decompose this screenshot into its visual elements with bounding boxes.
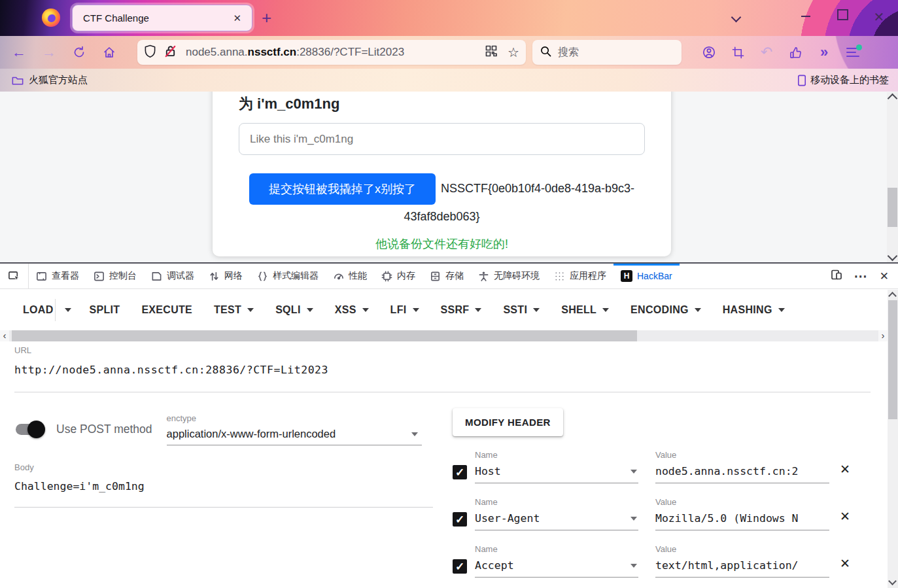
overflow-chevrons-icon[interactable]: » bbox=[814, 41, 835, 63]
tab-list-chevron-icon[interactable] bbox=[726, 10, 746, 24]
post-toggle-label: Use POST method bbox=[56, 423, 152, 436]
menu-ssti[interactable]: SSTI bbox=[503, 304, 540, 316]
bookmark-star-icon[interactable]: ☆ bbox=[508, 44, 519, 60]
tab-close-icon[interactable]: ✕ bbox=[229, 11, 245, 26]
qr-code-icon[interactable] bbox=[485, 45, 497, 60]
menu-load[interactable]: LOAD bbox=[23, 304, 54, 316]
tab-debugger[interactable]: 调试器 bbox=[144, 264, 201, 288]
scrollbar-thumb[interactable] bbox=[12, 330, 637, 341]
tab-style-editor[interactable]: 样式编辑器 bbox=[250, 264, 326, 288]
folder-icon bbox=[12, 75, 24, 86]
menu-xss[interactable]: XSS bbox=[335, 304, 369, 316]
load-dropdown-icon[interactable] bbox=[65, 308, 71, 312]
account-icon[interactable] bbox=[699, 41, 719, 63]
browser-tab[interactable]: CTF Challenge ✕ bbox=[72, 5, 252, 31]
challenge-card: 为 i'm_c0m1ng Like this i'm_c0m1ng 提交按钮被我… bbox=[213, 92, 671, 256]
firefox-logo-icon[interactable] bbox=[42, 9, 60, 27]
maximize-button[interactable] bbox=[833, 9, 852, 24]
modify-header-button[interactable]: MODIFY HEADER bbox=[453, 408, 563, 436]
mobile-phone-icon bbox=[797, 75, 806, 86]
menu-execute[interactable]: EXECUTE bbox=[141, 304, 192, 316]
remove-header-icon[interactable]: ✕ bbox=[840, 509, 850, 524]
tab-storage[interactable]: 存储 bbox=[423, 264, 471, 288]
devtools-scrollbar[interactable] bbox=[888, 290, 898, 588]
new-tab-button[interactable]: + bbox=[262, 8, 271, 28]
divider bbox=[55, 299, 56, 321]
page-heading: 为 i'm_c0m1ng bbox=[239, 94, 645, 114]
header-value-input[interactable]: Value node5.anna.nssctf.cn:2 bbox=[655, 450, 829, 483]
url-text[interactable]: node5.anna.nssctf.cn:28836/?CTF=Lit2023 bbox=[186, 46, 480, 59]
scroll-down-icon[interactable] bbox=[888, 577, 897, 585]
scrollbar-thumb[interactable] bbox=[888, 188, 897, 227]
body-field-value[interactable]: Challenge=i'm_c0m1ng bbox=[14, 480, 433, 493]
menu-lfi[interactable]: LFI bbox=[390, 304, 419, 316]
home-button[interactable] bbox=[98, 41, 120, 63]
scroll-left-icon[interactable]: ‹ bbox=[0, 330, 9, 341]
header-value-input[interactable]: Value Mozilla/5.0 (Windows N bbox=[655, 497, 829, 530]
tab-accessibility[interactable]: 无障碍环境 bbox=[471, 264, 547, 288]
reload-button[interactable] bbox=[68, 41, 90, 63]
chevron-down-icon bbox=[630, 470, 637, 474]
header-checkbox[interactable]: ✓ bbox=[453, 512, 467, 527]
enctype-value: application/x-www-form-urlencoded bbox=[167, 428, 336, 440]
enctype-select[interactable]: enctype application/x-www-form-urlencode… bbox=[167, 413, 422, 445]
menu-encoding[interactable]: ENCODING bbox=[630, 304, 701, 316]
bookmark-folder-item[interactable]: 火狐官方站点 bbox=[12, 74, 88, 86]
url-field-label: URL bbox=[14, 345, 873, 355]
back-button[interactable]: ← bbox=[8, 41, 30, 63]
horizontal-scrollbar[interactable]: ‹ › bbox=[0, 330, 888, 341]
screenshot-crop-icon[interactable] bbox=[727, 41, 748, 63]
mobile-bookmarks-item[interactable]: 移动设备上的书签 bbox=[797, 74, 889, 86]
url-field-value[interactable]: http://node5.anna.nssctf.cn:28836/?CTF=L… bbox=[14, 364, 873, 376]
header-name-select[interactable]: Name Host bbox=[475, 450, 638, 483]
submit-button[interactable]: 提交按钮被我撬掉了x别按了 bbox=[249, 173, 436, 205]
forward-button[interactable]: → bbox=[38, 41, 60, 63]
tab-memory[interactable]: 内存 bbox=[374, 264, 423, 288]
tab-performance[interactable]: 性能 bbox=[326, 264, 374, 288]
element-picker-button[interactable] bbox=[0, 264, 29, 288]
menu-hashing[interactable]: HASHING bbox=[723, 304, 785, 316]
remove-header-icon[interactable]: ✕ bbox=[840, 556, 850, 571]
scroll-up-icon[interactable] bbox=[888, 94, 898, 104]
menu-shell[interactable]: SHELL bbox=[561, 304, 609, 316]
app-menu-icon[interactable] bbox=[842, 41, 863, 63]
header-checkbox[interactable]: ✓ bbox=[453, 465, 467, 479]
minimize-button[interactable] bbox=[796, 9, 816, 23]
header-value-input[interactable]: Value text/html,application/ bbox=[655, 544, 829, 578]
scroll-right-icon[interactable]: › bbox=[878, 330, 888, 341]
tab-application[interactable]: 应用程序 bbox=[547, 264, 613, 288]
scroll-up-icon[interactable] bbox=[888, 292, 897, 300]
menu-ssrf[interactable]: SSRF bbox=[441, 304, 482, 316]
undo-icon[interactable]: ↶ bbox=[756, 41, 777, 63]
tab-network[interactable]: 网络 bbox=[201, 264, 250, 288]
devtools-menu-icon[interactable]: ⋯ bbox=[854, 268, 868, 284]
header-checkbox[interactable]: ✓ bbox=[453, 559, 467, 574]
menu-test[interactable]: TEST bbox=[214, 304, 254, 316]
header-name-select[interactable]: Name Accept bbox=[475, 544, 638, 578]
page-scrollbar[interactable] bbox=[887, 92, 898, 262]
chevron-down-icon bbox=[630, 564, 637, 568]
menu-sqli[interactable]: SQLI bbox=[275, 304, 313, 316]
tab-console[interactable]: 控制台 bbox=[86, 264, 144, 288]
window-close-button[interactable]: ✕ bbox=[869, 9, 889, 25]
scroll-down-icon[interactable] bbox=[888, 251, 898, 262]
menu-notification-dot bbox=[856, 44, 862, 50]
enctype-label: enctype bbox=[167, 413, 422, 423]
search-bar[interactable]: 搜索 bbox=[532, 40, 682, 65]
insecure-lock-icon[interactable] bbox=[164, 44, 177, 61]
header-row: ✓ Name Host Value node5.anna.nssctf.cn:2… bbox=[453, 450, 873, 483]
shield-icon[interactable] bbox=[144, 44, 156, 61]
url-bar[interactable]: node5.anna.nssctf.cn:28836/?CTF=Lit2023 … bbox=[137, 40, 526, 65]
devtools-close-icon[interactable]: ✕ bbox=[880, 269, 889, 283]
challenge-input[interactable]: Like this i'm_c0m1ng bbox=[239, 123, 645, 155]
search-icon bbox=[540, 46, 551, 60]
post-method-toggle[interactable] bbox=[16, 424, 43, 435]
tab-hackbar[interactable]: H HackBar bbox=[613, 264, 680, 288]
scrollbar-thumb[interactable] bbox=[888, 300, 897, 419]
header-name-select[interactable]: Name User-Agent bbox=[475, 497, 638, 530]
remove-header-icon[interactable]: ✕ bbox=[840, 462, 850, 477]
tab-inspector[interactable]: 查看器 bbox=[29, 264, 86, 288]
thumbs-up-icon[interactable] bbox=[785, 41, 806, 63]
menu-split[interactable]: SPLIT bbox=[90, 304, 120, 316]
responsive-design-icon[interactable] bbox=[831, 269, 842, 283]
